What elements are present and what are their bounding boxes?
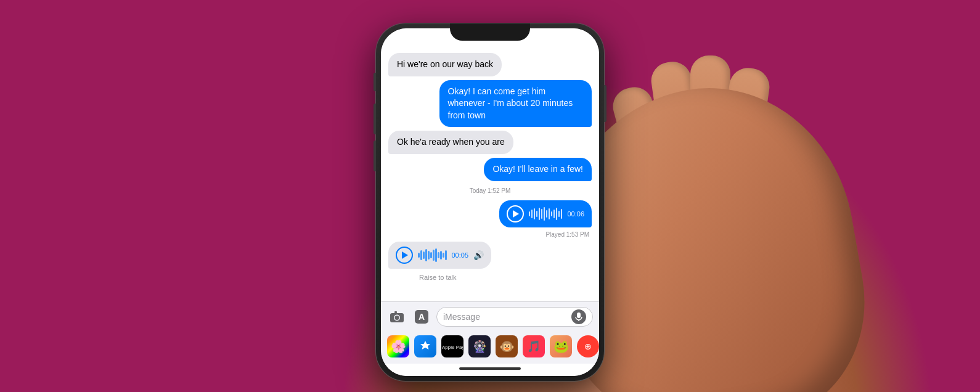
- play-button-received[interactable]: [396, 247, 413, 264]
- home-indicator: [381, 364, 599, 376]
- timestamp: Today 1:52 PM: [470, 187, 511, 194]
- home-bar: [459, 367, 521, 370]
- bubble-received-2: Ok he'a ready when you are: [388, 131, 513, 154]
- played-row: Played 1:53 PM: [388, 231, 592, 238]
- message-row-2: Okay! I can come get him whenever - I'm …: [388, 80, 592, 128]
- camera-button[interactable]: [387, 307, 407, 327]
- timestamp-row: Today 1:52 PM: [388, 185, 592, 197]
- app-icon-appstore[interactable]: [414, 335, 436, 357]
- app-icon-memoji[interactable]: 🐸: [550, 335, 572, 357]
- input-bar: A iMessage: [381, 301, 599, 332]
- volume-up-button: [374, 104, 376, 134]
- svg-text:A: A: [419, 312, 425, 322]
- waveform-sent: [529, 206, 563, 221]
- svg-point-2: [395, 316, 399, 320]
- audio-received-row: 00:05 🔊: [388, 242, 592, 269]
- speaker-icon: 🔊: [473, 250, 484, 260]
- phone-outer: Hi we're on our way back Okay! I can com…: [376, 23, 604, 381]
- svg-rect-6: [577, 312, 581, 318]
- bubble-text-1: Hi we're on our way back: [397, 59, 493, 69]
- app-icon-red[interactable]: ⊕: [577, 335, 599, 357]
- bubble-text-2: Okay! I can come get him whenever - I'm …: [448, 86, 573, 120]
- audio-bubble-sent[interactable]: 00:06: [499, 200, 592, 227]
- app-icon-monkey[interactable]: 🐵: [496, 335, 518, 357]
- imessage-input[interactable]: iMessage: [436, 307, 593, 327]
- app-icon-music-wheel[interactable]: 🎡: [468, 335, 491, 357]
- message-row-4: Okay! I'll leave in a few!: [388, 158, 592, 181]
- waveform-received: [418, 248, 447, 263]
- audio-duration-sent: 00:06: [567, 210, 584, 218]
- appstore-button[interactable]: A: [412, 307, 431, 327]
- bubble-sent-2: Okay! I'll leave in a few!: [484, 158, 592, 181]
- power-button: [604, 85, 606, 122]
- play-icon-sent: [513, 210, 519, 218]
- audio-sent-row: 00:06: [388, 200, 592, 227]
- played-text: Played 1:53 PM: [545, 231, 589, 238]
- phone-screen: Hi we're on our way back Okay! I can com…: [381, 28, 599, 376]
- bubble-text-4: Okay! I'll leave in a few!: [492, 164, 583, 174]
- app-icon-applepay[interactable]: Apple Pay: [441, 335, 463, 357]
- bubble-sent-1: Okay! I can come get him whenever - I'm …: [439, 80, 592, 128]
- app-icon-photos[interactable]: 🌸: [387, 335, 409, 357]
- phone-notch: [450, 23, 530, 41]
- audio-input-button[interactable]: [571, 309, 586, 324]
- messages-area: Hi we're on our way back Okay! I can com…: [381, 28, 599, 301]
- app-icon-apple-music[interactable]: 🎵: [523, 335, 545, 357]
- message-row-3: Ok he'a ready when you are: [388, 131, 592, 154]
- audio-bubble-received[interactable]: 00:05 🔊: [388, 242, 491, 269]
- play-icon-received: [402, 251, 408, 259]
- message-row-1: Hi we're on our way back: [388, 53, 592, 76]
- play-button-sent[interactable]: [507, 205, 524, 223]
- audio-duration-received: 00:05: [452, 251, 469, 259]
- bubble-received-1: Hi we're on our way back: [388, 53, 502, 76]
- silent-switch: [374, 73, 376, 91]
- phone-wrapper: Hi we're on our way back Okay! I can com…: [376, 23, 604, 381]
- bubble-text-3: Ok he'a ready when you are: [397, 137, 505, 147]
- svg-text:Apple Pay: Apple Pay: [442, 345, 463, 350]
- imessage-placeholder: iMessage: [443, 312, 568, 322]
- svg-rect-3: [394, 311, 397, 313]
- app-row: 🌸 Apple Pay 🎡 🐵: [381, 332, 599, 364]
- volume-down-button: [374, 141, 376, 171]
- raise-to-talk: Raise to talk: [388, 272, 592, 284]
